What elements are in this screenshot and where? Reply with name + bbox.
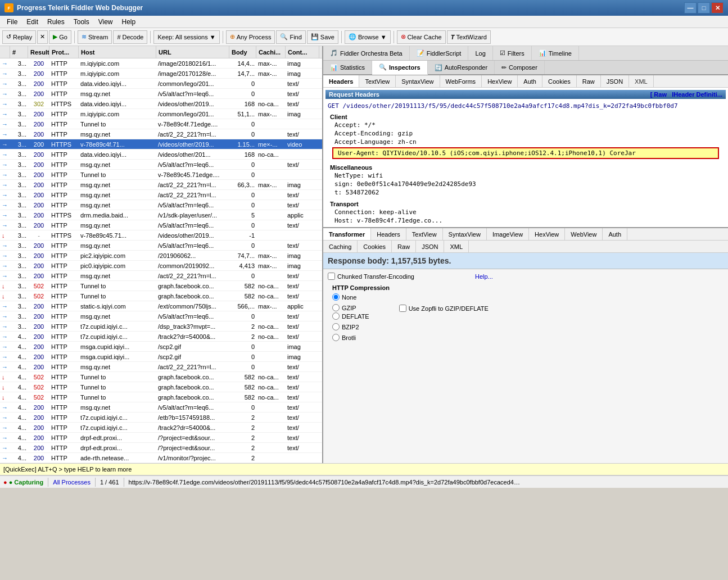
table-row[interactable]: →4...200HTTPdrpf-edt.proxi.../?project=e… — [0, 443, 322, 453]
table-row[interactable]: ↓4...502HTTPTunnel tograph.facebook.co..… — [0, 392, 322, 402]
menu-file[interactable]: File — [2, 17, 22, 27]
tab-fiddler-orchestra[interactable]: 🎵 Fiddler Orchestra Beta — [323, 46, 410, 60]
resp-tab-hexview[interactable]: HexView — [529, 228, 565, 240]
tab-inspectors[interactable]: 🔍 Inspectors — [372, 61, 428, 75]
table-row[interactable]: →4...200HTTPmsga.cupid.iqiyi.../scp2.gif… — [0, 352, 322, 362]
raw-link[interactable]: [ Raw — [650, 91, 667, 98]
resp-tab-json[interactable]: JSON — [416, 241, 444, 252]
tab-statistics[interactable]: 📊 Statistics — [323, 61, 372, 74]
table-row[interactable]: →3...200HTTPmsg.qy.net/act/2_22_221?rn=l… — [0, 190, 322, 200]
req-tab-json[interactable]: JSON — [601, 75, 629, 87]
resp-tab-caching[interactable]: Caching — [323, 241, 358, 252]
req-tab-webforms[interactable]: WebForms — [440, 75, 482, 87]
table-row[interactable]: →3...200HTTPdata.video.iqiyi.../common/l… — [0, 79, 322, 89]
table-row[interactable]: →3...200HTTPmsg.qy.net/v5/alt/act?rn=leq… — [0, 200, 322, 210]
stop-button[interactable]: ✕ — [37, 30, 48, 44]
none-radio[interactable] — [332, 293, 340, 301]
table-row[interactable]: ↓3...502HTTPTunnel tograph.facebook.co..… — [0, 291, 322, 301]
menu-edit[interactable]: Edit — [22, 17, 43, 27]
table-row[interactable]: →4...200HTTPade-rth.netease.../v1/monito… — [0, 453, 322, 463]
table-row[interactable]: →3...200HTTPSdrm.media.baid.../v1/sdk-pl… — [0, 210, 322, 220]
table-row[interactable]: ↓4...502HTTPTunnel tograph.facebook.co..… — [0, 372, 322, 382]
table-row[interactable]: →3...200HTTPmsg.qy.net/v5/alt/act?rn=leq… — [0, 160, 322, 170]
gzip-radio[interactable] — [332, 304, 340, 311]
table-row[interactable]: ↓3...502HTTPTunnel tograph.facebook.co..… — [0, 281, 322, 291]
col-cache-header[interactable]: Cachi... — [256, 46, 286, 58]
col-url-header[interactable]: URL — [156, 46, 229, 58]
table-row[interactable]: →4...200HTTPmsg.qy.net/act/2_22_221?rn=l… — [0, 362, 322, 372]
header-def-link[interactable]: IHeader Definiti... — [672, 91, 722, 98]
col-body-header[interactable]: Body — [229, 46, 256, 58]
maximize-button[interactable]: □ — [698, 2, 710, 13]
clear-cache-button[interactable]: ⊗ Clear Cache — [397, 30, 446, 44]
req-tab-syntaxview[interactable]: SyntaxView — [396, 75, 440, 87]
table-row[interactable]: →3...200HTTPm.iqiyipic.com/image/2018021… — [0, 58, 322, 69]
table-row[interactable]: →3...200HTTPstatic-s.iqiyi.com/ext/commo… — [0, 301, 322, 311]
menu-rules[interactable]: Rules — [43, 17, 69, 27]
table-row[interactable]: →3...200HTTPt7z.cupid.iqiyi.c.../dsp_tra… — [0, 321, 322, 332]
req-tab-cookies[interactable]: Cookies — [542, 75, 577, 87]
minimize-button[interactable]: — — [684, 2, 697, 13]
col-num-header[interactable]: # — [10, 46, 28, 58]
table-row[interactable]: →3...200HTTPpic0.iqiyipic.com/common/201… — [0, 261, 322, 271]
table-row[interactable]: →4...200HTTPt7z.cupid.iqiyi.c.../track2?… — [0, 423, 322, 433]
table-row[interactable]: ↓3...-HTTPSv-78e89c45.71.../videos/other… — [0, 230, 322, 241]
chunked-checkbox[interactable] — [328, 273, 335, 280]
req-tab-xml[interactable]: XML — [629, 75, 654, 87]
table-row[interactable]: →3...200HTTPmsg.qy.net/v5/alt/act?rn=leq… — [0, 89, 322, 99]
table-row[interactable]: →3...200HTTPdata.video.iqiyi.../videos/o… — [0, 149, 322, 160]
menu-help[interactable]: Help — [117, 17, 141, 27]
resp-tab-headers[interactable]: Headers — [371, 228, 406, 240]
menu-view[interactable]: View — [94, 17, 117, 27]
resp-tab-xml[interactable]: XML — [444, 241, 469, 252]
col-result-header[interactable]: Result — [28, 46, 49, 58]
resp-tab-textview[interactable]: TextView — [406, 228, 443, 240]
table-row[interactable]: ↓4...502HTTPTunnel tograph.facebook.co..… — [0, 382, 322, 392]
menu-tools[interactable]: Tools — [69, 17, 94, 27]
col-icon-header[interactable] — [0, 46, 10, 58]
table-row[interactable]: →3...302HTTPSdata.video.iqiyi.../videos/… — [0, 99, 322, 109]
table-row[interactable]: →4...200HTTPt7z.cupid.iqiyi.c.../etb?b=1… — [0, 413, 322, 423]
table-row[interactable]: →3...200HTTPm.iqiyipic.com/image/2017012… — [0, 69, 322, 79]
tab-timeline[interactable]: 📊 Timeline — [532, 46, 579, 60]
table-row[interactable]: →3...200HTTPmsg.qy.net/v5/alt/act?rn=leq… — [0, 311, 322, 321]
stream-button[interactable]: ≋ Stream — [78, 30, 112, 44]
resp-tab-cookies[interactable]: Cookies — [358, 241, 392, 252]
go-button[interactable]: ▶ Go — [49, 30, 71, 44]
tab-autoresponder[interactable]: 🔄 AutoResponder — [428, 61, 495, 74]
req-tab-textview[interactable]: TextView — [359, 75, 396, 87]
decode-button[interactable]: # Decode — [113, 30, 147, 44]
resp-tab-imageview[interactable]: ImageView — [487, 228, 529, 240]
table-row[interactable]: →3...200HTTPm.iqiyipic.com/common/lego/2… — [0, 109, 322, 119]
req-tab-hexview[interactable]: HexView — [482, 75, 518, 87]
resp-tab-auth[interactable]: Auth — [603, 228, 627, 240]
table-row[interactable]: →3...200HTTPSv-78e89c4f.71.../videos/oth… — [0, 139, 322, 149]
tab-log[interactable]: Log — [468, 46, 492, 60]
tab-fiddlerscript[interactable]: 📝 FiddlerScript — [410, 46, 469, 60]
resp-tab-webview[interactable]: WebView — [565, 228, 603, 240]
req-tab-raw[interactable]: Raw — [577, 75, 601, 87]
col-protocol-header[interactable]: Prot... — [49, 46, 79, 58]
process-filter[interactable]: All Processes — [53, 479, 91, 486]
req-tab-auth[interactable]: Auth — [518, 75, 542, 87]
keep-sessions-button[interactable]: Keep: All sessions ▼ — [153, 30, 219, 44]
table-row[interactable]: →3...200HTTPpic2.iqiyipic.com/201906062.… — [0, 251, 322, 261]
table-row[interactable]: →3...200HTTPmsg.qy.net/act/2_22_221?rn=l… — [0, 271, 322, 281]
table-row[interactable]: →3...200HTTPmsg.qy.net/v5/alt/act?rn=leq… — [0, 220, 322, 230]
table-row[interactable]: →3...200HTTPmsg.qy.net/v5/alt/act?rn=leq… — [0, 241, 322, 251]
resp-tab-syntaxview[interactable]: SyntaxView — [443, 228, 487, 240]
resp-tab-raw[interactable]: Raw — [392, 241, 416, 252]
table-row[interactable]: →4...200HTTPt7z.cupid.iqiyi.c.../track2?… — [0, 332, 322, 342]
col-host-header[interactable]: Host — [79, 46, 156, 58]
find-button[interactable]: 🔍 Find — [276, 30, 305, 44]
table-row[interactable]: →4...200HTTPmsga.cupid.iqiyi.../scp2.gif… — [0, 342, 322, 352]
table-row[interactable]: →3...200HTTPTunnel tov-78e89c4f.71edge..… — [0, 119, 322, 129]
table-row[interactable]: →4...200HTTPdrpf-edt.proxi.../?project=e… — [0, 433, 322, 443]
table-row[interactable]: →3...200HTTPTunnel tov-78e89c45.71edge..… — [0, 170, 322, 180]
close-button[interactable]: ✕ — [711, 2, 724, 13]
req-tab-headers[interactable]: Headers — [323, 75, 359, 87]
textwizard-button[interactable]: T TextWizard — [447, 30, 491, 44]
save-button[interactable]: 💾 Save — [307, 30, 338, 44]
browse-button[interactable]: 🌐 Browse ▼ — [345, 30, 391, 44]
bzip2-radio[interactable] — [332, 323, 340, 330]
